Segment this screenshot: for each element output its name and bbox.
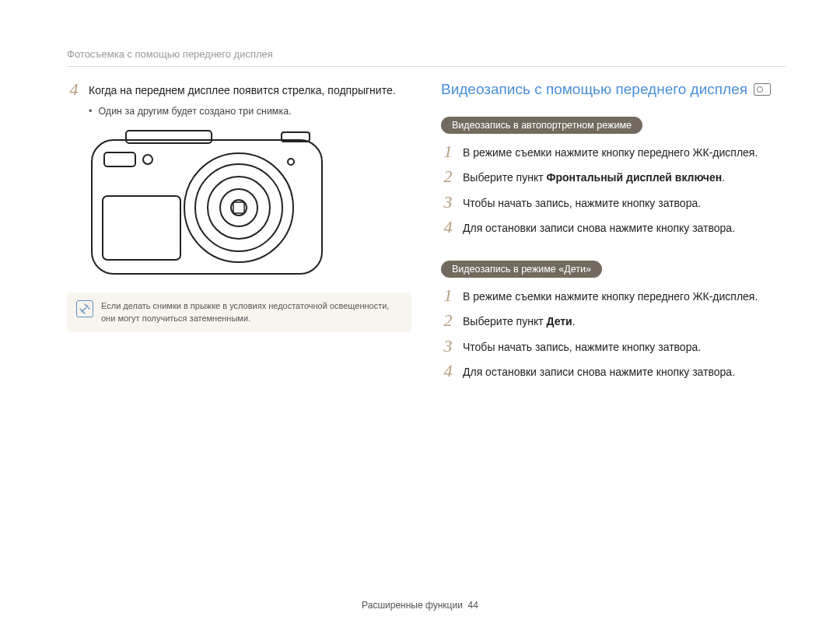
svg-point-3 [184,153,293,262]
step-text: В режиме съемки нажмите кнопку переднего… [463,143,758,160]
step-number: 3 [441,338,455,355]
text-frag: . [572,315,576,328]
info-icon [76,300,93,317]
footer-page: 44 [468,600,478,611]
s2-step1: 1 В режиме съемки нажмите кнопку передне… [441,287,786,304]
step-number: 2 [441,168,455,185]
heading-text: Видеозапись с помощью переднего дисплея [441,81,747,98]
step-text: В режиме съемки нажмите кнопку переднего… [463,287,758,304]
step-text: Для остановки записи снова нажмите кнопк… [463,219,735,236]
step-number: 3 [441,194,455,211]
subsection-pill: Видеозапись в режиме «Дети» [441,261,602,278]
svg-rect-1 [126,131,212,143]
left-column: 4 Когда на переднем дисплее появится стр… [67,81,411,387]
s2-step3: 3 Чтобы начать запись, нажмите кнопку за… [441,338,786,355]
footer-label: Расширенные функции [362,600,463,611]
note-text: Если делать снимки в прыжке в условиях н… [101,300,402,324]
step-number: 4 [67,81,81,98]
step-number: 2 [441,312,455,329]
s1-step2: 2 Выберите пункт Фронтальный дисплей вкл… [441,168,786,185]
step-text: Чтобы начать запись, нажмите кнопку затв… [463,194,701,211]
s1-step1: 1 В режиме съемки нажмите кнопку передне… [441,143,786,160]
step-number: 4 [441,219,455,236]
svg-point-12 [288,159,294,165]
bullet-item: Один за другим будет создано три снимка. [89,106,411,117]
s1-step4: 4 Для остановки записи снова нажмите кно… [441,219,786,236]
text-frag: . [722,171,725,184]
text-bold: Фронтальный дисплей включен [546,171,722,184]
svg-rect-9 [103,196,180,260]
step-text: Выберите пункт Фронтальный дисплей включ… [463,168,725,185]
step-4: 4 Когда на переднем дисплее появится стр… [67,81,411,98]
svg-rect-10 [104,152,135,166]
step-text: Чтобы начать запись, нажмите кнопку затв… [463,338,701,355]
subsection-pill: Видеозапись в автопортретном режиме [441,117,642,134]
video-mode-icon [754,83,771,96]
s2-step2: 2 Выберите пункт Дети. [441,312,786,329]
svg-point-11 [143,155,152,164]
step-text: Для остановки записи снова нажмите кнопк… [463,363,735,380]
s2-step4: 4 Для остановки записи снова нажмите кно… [441,363,786,380]
right-column: Видеозапись с помощью переднего дисплея … [441,81,786,387]
text-frag: Выберите пункт [463,315,546,328]
svg-point-6 [220,189,257,226]
step-number: 4 [441,363,455,380]
step-text: Выберите пункт Дети. [463,312,576,329]
section-heading: Видеозапись с помощью переднего дисплея [441,81,786,98]
svg-point-5 [208,177,270,239]
step-number: 1 [441,287,455,304]
page-footer: Расширенные функции 44 [0,600,840,611]
breadcrumb: Фотосъемка с помощью переднего дисплея [67,48,786,67]
s1-step3: 3 Чтобы начать запись, нажмите кнопку за… [441,194,786,211]
camera-illustration [87,126,411,282]
bullet-text: Один за другим будет создано три снимка. [98,106,291,117]
content-columns: 4 Когда на переднем дисплее появится стр… [67,81,786,387]
svg-rect-8 [233,202,244,213]
step-text: Когда на переднем дисплее появится стрел… [89,81,396,98]
step-number: 1 [441,143,455,160]
text-frag: Выберите пункт [463,171,546,184]
manual-page: Фотосъемка с помощью переднего дисплея 4… [0,0,840,634]
note-box: Если делать снимки в прыжке в условиях н… [67,292,411,332]
text-bold: Дети [546,315,572,328]
